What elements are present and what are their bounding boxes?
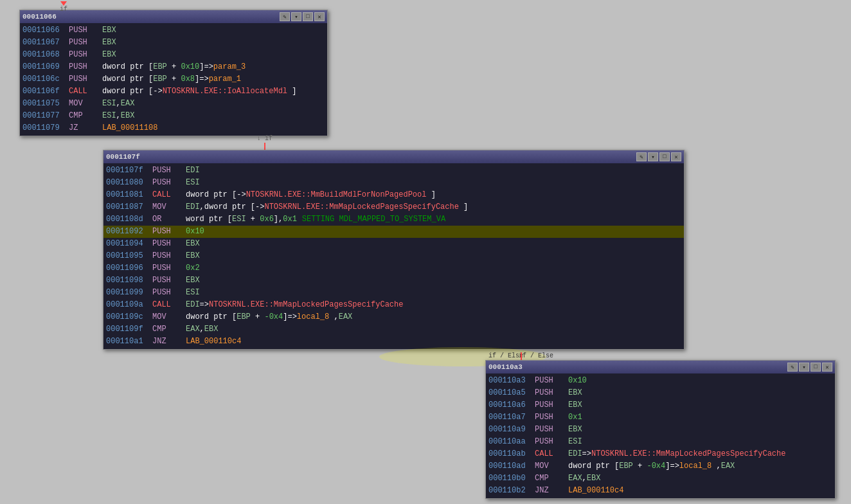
asm-row-win2-rows-11: 0001109a CALL EDI=>NTOSKRNL.EXE::MmMapLo… (103, 299, 684, 311)
asm-row-win2-rows-3: 00011087 MOV EDI,dword ptr [->NTOSKRNL.E… (103, 201, 684, 213)
edit-btn-3[interactable]: ✎ (787, 363, 798, 372)
window-1: 00011066 ✎ ▾ □ ✕ 00011066 PUSH EBX 00011… (19, 10, 328, 136)
titlebar-3[interactable]: 000110a3 ✎ ▾ □ ✕ (486, 361, 835, 374)
asm-row-win2-rows-6: 00011094 PUSH EBX (103, 238, 684, 250)
top-arrow: if (60, 0, 67, 13)
asm-row-win3-rows-3: 000110a7 PUSH 0x1 (486, 411, 835, 424)
asm-row-win2-rows-14: 000110a1 JNZ LAB_000110c4 (103, 336, 684, 348)
asm-row-win2-rows-1: 00011080 PUSH ESI (103, 177, 684, 189)
max-btn-2[interactable]: □ (659, 152, 670, 161)
edit-btn-2[interactable]: ✎ (636, 152, 647, 161)
asm-row-win3-rows-9: 000110b2 JNZ LAB_000110c4 (486, 485, 835, 497)
asm-row-win2-rows-5: 00011092 PUSH 0x10 (103, 226, 684, 238)
close-btn-3[interactable]: ✕ (822, 363, 832, 372)
min-btn-3[interactable]: ▾ (799, 363, 809, 372)
asm-row-win3-rows-4: 000110a9 PUSH EBX (486, 424, 835, 436)
asm-row-win1-rows-4: 0001106c PUSH dword ptr [EBP + 0x8]=>par… (20, 73, 327, 86)
asm-row-win3-rows-5: 000110aa PUSH ESI (486, 436, 835, 448)
asm-row-win2-rows-13: 0001109f CMP EAX,EBX (103, 323, 684, 336)
asm-row-win1-rows-8: 00011079 JZ LAB_00011108 (20, 122, 327, 134)
window-3: 000110a3 ✎ ▾ □ ✕ 000110a3 PUSH 0x10 0001… (485, 360, 836, 499)
min-btn-1[interactable]: ▾ (291, 12, 301, 21)
asm-row-win2-rows-10: 00011099 PUSH ESI (103, 287, 684, 299)
asm-row-win2-rows-2: 00011081 CALL dword ptr [->NTOSKRNL.EXE:… (103, 189, 684, 201)
asm-row-win2-rows-9: 00011098 PUSH EBX (103, 274, 684, 287)
max-btn-3[interactable]: □ (811, 363, 821, 372)
asm-row-win2-rows-4: 0001108d OR word ptr [ESI + 0x6],0x1SETT… (103, 213, 684, 226)
asm-row-win1-rows-5: 0001106f CALL dword ptr [->NTOSKRNL.EXE:… (20, 86, 327, 98)
asm-row-win3-rows-2: 000110a6 PUSH EBX (486, 399, 835, 411)
asm-row-win2-rows-12: 0001109c MOV dword ptr [EBP + -0x4]=>loc… (103, 311, 684, 323)
asm-row-win1-rows-0: 00011066 PUSH EBX (20, 24, 327, 37)
content-3: 000110a3 PUSH 0x10 000110a5 PUSH EBX 000… (486, 374, 835, 498)
asm-row-win1-rows-1: 00011067 PUSH EBX (20, 37, 327, 49)
asm-row-win3-rows-8: 000110b0 CMP EAX,EBX (486, 473, 835, 485)
asm-row-win3-rows-6: 000110ab CALL EDI=>NTOSKRNL.EXE::MmMapLo… (486, 448, 835, 460)
asm-row-win1-rows-6: 00011075 MOV ESI,EAX (20, 98, 327, 110)
min-btn-2[interactable]: ▾ (648, 152, 658, 161)
titlebar-2[interactable]: 0001107f ✎ ▾ □ ✕ (103, 150, 684, 163)
window-title-1: 00011066 (22, 13, 57, 21)
asm-row-win3-rows-1: 000110a5 PUSH EBX (486, 387, 835, 399)
close-btn-1[interactable]: ✕ (314, 12, 325, 21)
window-controls-1: ✎ ▾ □ ✕ (280, 12, 325, 21)
asm-row-win1-rows-2: 00011068 PUSH EBX (20, 49, 327, 61)
arrow-1-label: ↓ if (257, 135, 273, 142)
window-title-2: 0001107f (106, 153, 140, 161)
edit-btn-1[interactable]: ✎ (280, 12, 290, 21)
content-1: 00011066 PUSH EBX 00011067 PUSH EBX 0001… (20, 23, 327, 136)
window-2: 0001107f ✎ ▾ □ ✕ 0001107f PUSH EDI 00011… (103, 150, 685, 350)
asm-row-win3-rows-7: 000110ad MOV dword ptr [EBP + -0x4]=>loc… (486, 460, 835, 473)
asm-row-win1-rows-3: 00011069 PUSH dword ptr [EBP + 0x10]=>pa… (20, 61, 327, 73)
content-2: 0001107f PUSH EDI 00011080 PUSH ESI 0001… (103, 163, 684, 349)
asm-row-win2-rows-8: 00011096 PUSH 0x2 (103, 262, 684, 274)
close-btn-2[interactable]: ✕ (671, 152, 681, 161)
asm-row-win2-rows-0: 0001107f PUSH EDI (103, 165, 684, 177)
max-btn-1[interactable]: □ (303, 12, 313, 21)
asm-row-win1-rows-7: 00011077 CMP ESI,EBX (20, 110, 327, 122)
window-title-3: 000110a3 (488, 363, 523, 371)
window-controls-2: ✎ ▾ □ ✕ (636, 152, 681, 161)
asm-row-win2-rows-7: 00011095 PUSH EBX (103, 250, 684, 262)
asm-row-win3-rows-0: 000110a3 PUSH 0x10 (486, 375, 835, 387)
window-controls-3: ✎ ▾ □ ✕ (787, 363, 832, 372)
